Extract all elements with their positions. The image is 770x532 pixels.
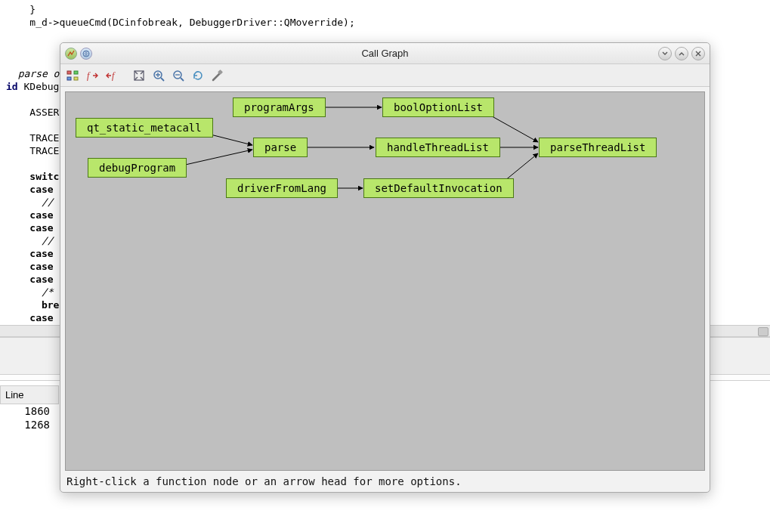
svg-text:f: f [112, 70, 116, 81]
maximize-button[interactable] [675, 47, 688, 60]
node-qt-static-metacall[interactable]: qt_static_metacall [76, 118, 213, 138]
node-boolOptionList[interactable]: boolOptionList [382, 97, 494, 117]
svg-rect-2 [74, 71, 78, 74]
dialog-title: Call Graph [60, 48, 710, 59]
svg-rect-3 [67, 77, 71, 80]
close-button[interactable] [691, 47, 705, 60]
svg-rect-1 [67, 71, 71, 74]
minimize-button[interactable] [658, 47, 672, 60]
call-in-icon[interactable]: f [103, 66, 121, 85]
node-driverFromLang[interactable]: driverFromLang [226, 178, 338, 198]
node-parse[interactable]: parse [253, 138, 308, 157]
node-handleThreadList[interactable]: handleThreadList [376, 138, 500, 157]
hint-text: Right-click a function node or an arrow … [65, 471, 705, 487]
node-programArgs[interactable]: programArgs [233, 97, 326, 117]
svg-rect-4 [74, 77, 78, 80]
column-header-line[interactable]: Line [0, 385, 59, 404]
layout-icon[interactable] [63, 66, 82, 85]
fit-icon[interactable] [130, 66, 148, 85]
svg-text:f: f [87, 70, 91, 81]
toolbar: f f [60, 64, 710, 87]
graph-canvas[interactable]: qt_static_metacall debugProgram programA… [65, 91, 705, 471]
zoom-out-icon[interactable] [169, 66, 187, 85]
line-cell[interactable]: 1860 [0, 405, 59, 417]
titlebar[interactable]: Call Graph [60, 43, 710, 64]
refresh-icon[interactable] [189, 66, 207, 85]
node-setDefaultInvocation[interactable]: setDefaultInvocation [363, 178, 514, 198]
zoom-in-icon[interactable] [150, 66, 168, 85]
node-parseThreadList[interactable]: parseThreadList [539, 138, 657, 157]
call-out-icon[interactable]: f [83, 66, 101, 85]
line-cell[interactable]: 1268 [0, 419, 59, 431]
settings-icon[interactable] [209, 66, 227, 85]
node-debugProgram[interactable]: debugProgram [88, 158, 187, 178]
call-graph-dialog: Call Graph f f [60, 42, 710, 493]
svg-line-12 [175, 150, 252, 167]
